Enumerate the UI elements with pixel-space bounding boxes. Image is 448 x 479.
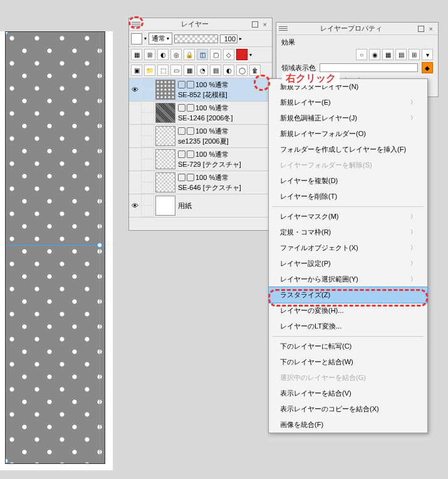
canvas-area bbox=[0, 31, 113, 470]
effect-icon[interactable]: ○ bbox=[356, 49, 367, 60]
hamburger-icon[interactable] bbox=[132, 22, 140, 26]
tool-icon[interactable]: ◯ bbox=[236, 65, 247, 76]
layer-row[interactable]: 👁100 %通常SE-852 [花模様] bbox=[129, 78, 272, 102]
menu-item[interactable]: レイヤーマスク(M)〉 bbox=[269, 209, 427, 224]
tool-icon[interactable]: ▦ bbox=[184, 65, 195, 76]
layer-thumbnail bbox=[155, 103, 175, 123]
close-icon[interactable]: × bbox=[261, 21, 269, 28]
lock-column[interactable] bbox=[142, 171, 154, 194]
new-layer-icon[interactable]: ▣ bbox=[131, 65, 142, 76]
color-picker-icon[interactable]: ◆ bbox=[422, 62, 433, 73]
lock-column[interactable] bbox=[142, 148, 154, 171]
tool-icon[interactable]: ◇ bbox=[223, 49, 234, 60]
menu-item[interactable]: 画像を統合(F) bbox=[269, 417, 427, 433]
caret-icon[interactable]: ▾ bbox=[144, 36, 147, 41]
lock-column[interactable] bbox=[142, 125, 154, 147]
layer-row[interactable]: 100 %通常SE-729 [テクスチャ] bbox=[129, 148, 272, 171]
visibility-toggle[interactable]: 👁 bbox=[129, 194, 142, 217]
color-swatch[interactable] bbox=[236, 49, 247, 60]
layer-opacity: 100 %通常 bbox=[195, 127, 229, 136]
effect-label: 効果 bbox=[281, 38, 433, 47]
menu-item[interactable]: 新規レイヤー(E)〉 bbox=[269, 95, 427, 110]
menu-item[interactable]: レイヤーを複製(D) bbox=[269, 173, 427, 189]
effect-icon[interactable]: ▦ bbox=[382, 49, 393, 60]
region-color-bar[interactable] bbox=[320, 63, 418, 72]
blend-mode-dropdown[interactable]: 通常▾ bbox=[148, 33, 172, 45]
menu-item[interactable]: レイヤーのLT変換... bbox=[269, 318, 427, 334]
layer-row[interactable]: 👁用紙 bbox=[129, 194, 272, 218]
lock-icon[interactable]: 🔒 bbox=[184, 49, 195, 60]
tool-icon[interactable]: ◔ bbox=[197, 65, 208, 76]
menu-item[interactable]: レイヤーから選択範囲(Y)〉 bbox=[269, 271, 427, 287]
layer-context-menu: 新規ラスターレイヤー(N)新規レイヤー(E)〉新規色調補正レイヤー(J)〉新規レ… bbox=[268, 78, 428, 433]
hamburger-icon[interactable] bbox=[279, 26, 288, 31]
minimize-icon[interactable] bbox=[252, 21, 258, 28]
menu-item[interactable]: 下のレイヤーと結合(W) bbox=[269, 354, 427, 370]
layer-row[interactable]: 100 %通常SE-646 [テクスチャ] bbox=[129, 171, 272, 194]
minimize-icon[interactable] bbox=[418, 26, 424, 32]
tool-icon[interactable]: ▤ bbox=[210, 65, 221, 76]
visibility-toggle[interactable] bbox=[129, 102, 142, 124]
opacity-slider[interactable] bbox=[174, 34, 218, 43]
caret-icon[interactable]: ▾ bbox=[249, 52, 252, 58]
guide-horizontal[interactable] bbox=[6, 245, 105, 246]
tool-icon[interactable]: ◎ bbox=[170, 49, 182, 60]
menu-item[interactable]: 表示レイヤーを結合(V) bbox=[269, 386, 427, 401]
layer-clip-icon bbox=[187, 104, 194, 112]
layer-name: SE-1246 [2006冬] bbox=[178, 113, 271, 123]
lock-column[interactable] bbox=[142, 194, 154, 217]
menu-item[interactable]: 新規レイヤーフォルダー(O) bbox=[269, 126, 427, 142]
visibility-toggle[interactable] bbox=[129, 148, 142, 171]
opacity-value[interactable]: 100 bbox=[220, 34, 237, 43]
menu-item[interactable]: 定規・コマ枠(R)〉 bbox=[269, 224, 427, 240]
effect-icon[interactable]: ▤ bbox=[395, 49, 407, 60]
mask-icon[interactable]: ◐ bbox=[223, 65, 234, 76]
layer-type-icon bbox=[178, 174, 185, 181]
delete-icon[interactable]: 🗑 bbox=[249, 65, 261, 76]
visibility-toggle[interactable]: 👁 bbox=[129, 78, 142, 101]
blend-row: ▾ 通常▾ 100 ▸ bbox=[129, 31, 272, 47]
tool-icon[interactable]: ▦ bbox=[131, 49, 142, 60]
menu-item[interactable]: フォルダーを作成してレイヤーを挿入(F) bbox=[269, 142, 427, 157]
menu-item-label: レイヤーの変換(H)... bbox=[280, 306, 343, 315]
lock-column[interactable] bbox=[142, 102, 154, 124]
submenu-arrow-icon: 〉 bbox=[410, 213, 416, 221]
layer-row[interactable]: 100 %通常SE-1246 [2006冬] bbox=[129, 102, 272, 125]
panel-titlebar[interactable]: レイヤープロパティ × bbox=[276, 23, 438, 35]
menu-item[interactable]: ファイルオブジェクト(X)〉 bbox=[269, 240, 427, 256]
caret-icon[interactable]: ▸ bbox=[239, 36, 242, 41]
tool-icon[interactable]: ▢ bbox=[210, 49, 221, 60]
color-indicator[interactable] bbox=[131, 33, 142, 45]
panel-titlebar[interactable]: レイヤー × bbox=[129, 18, 272, 31]
tool-icon[interactable]: ⬚ bbox=[157, 65, 169, 76]
close-icon[interactable]: × bbox=[427, 25, 435, 33]
new-folder-icon[interactable]: 📁 bbox=[144, 65, 155, 76]
menu-item[interactable]: ラスタライズ(Z) bbox=[268, 287, 428, 303]
panel-title-text: レイヤープロパティ bbox=[288, 24, 415, 33]
menu-item-label: ファイルオブジェクト(X) bbox=[280, 243, 358, 253]
lock-column[interactable] bbox=[142, 78, 154, 101]
menu-item[interactable]: レイヤーの変換(H)... bbox=[269, 303, 427, 318]
menu-item[interactable]: レイヤーを削除(T) bbox=[269, 189, 427, 204]
menu-item[interactable]: レイヤー設定(P)〉 bbox=[269, 256, 427, 271]
submenu-arrow-icon: 〉 bbox=[410, 275, 416, 283]
effect-icon[interactable]: ▾ bbox=[422, 49, 433, 60]
tool-icon[interactable]: ◐ bbox=[157, 49, 169, 60]
visibility-toggle[interactable] bbox=[129, 171, 142, 194]
tool-icon[interactable]: ▭ bbox=[170, 65, 182, 76]
menu-item[interactable]: 新規色調補正レイヤー(J)〉 bbox=[269, 110, 427, 126]
guide-vertical[interactable] bbox=[100, 32, 100, 463]
menu-item[interactable]: 表示レイヤーのコピーを結合(X) bbox=[269, 401, 427, 417]
visibility-toggle[interactable] bbox=[129, 125, 142, 147]
tool-icon[interactable]: ◫ bbox=[197, 49, 208, 60]
transform-handle[interactable] bbox=[97, 243, 102, 248]
effect-icon[interactable]: ◉ bbox=[369, 49, 380, 60]
layer-row[interactable]: 100 %通常se1235 [2006夏] bbox=[129, 125, 272, 148]
menu-item[interactable]: 下のレイヤーに転写(C) bbox=[269, 339, 427, 354]
effect-icon[interactable]: ⊞ bbox=[409, 49, 420, 60]
canvas[interactable] bbox=[5, 31, 105, 464]
layer-thumbnail bbox=[155, 149, 175, 169]
tool-icon[interactable]: ⊞ bbox=[144, 49, 155, 60]
layer-info: 100 %通常se1235 [2006夏] bbox=[177, 125, 272, 147]
layer-info: 100 %通常SE-729 [テクスチャ] bbox=[177, 148, 272, 171]
